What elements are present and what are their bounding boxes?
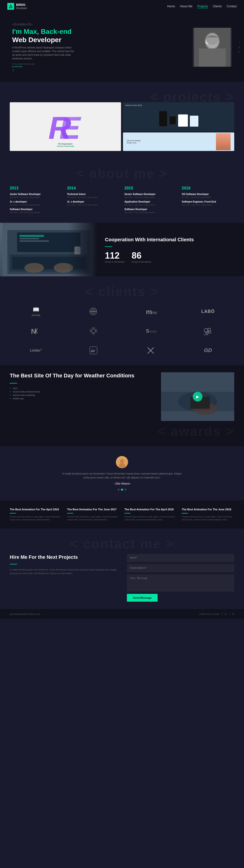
footer-fb-link[interactable]: f bbox=[221, 613, 222, 615]
about-section: < about me > 2013 Junior Software Develo… bbox=[0, 158, 244, 223]
svg-point-50 bbox=[120, 459, 124, 463]
year-2013: 2013 bbox=[10, 186, 62, 190]
enovate-icon: 📖 bbox=[33, 307, 39, 313]
client-superia: S SUPERIA bbox=[125, 323, 177, 338]
svg-rect-19 bbox=[20, 238, 39, 239]
testimonial-dots bbox=[10, 489, 234, 491]
project-card-mobile[interactable]: Mobile Shop 2018 Awesome Website Design … bbox=[123, 102, 234, 151]
svg-text:E: E bbox=[59, 110, 81, 146]
contact-message-input[interactable] bbox=[127, 575, 234, 591]
job-dates-3-1: Nov 2015 – Nov 2017 | App-started bbox=[182, 204, 234, 206]
hero-text: <b>Hello</b> I'm Max, Back-end Web Devel… bbox=[12, 22, 193, 72]
laptop-visual bbox=[0, 223, 98, 276]
stat-1-label: Europe & International bbox=[105, 261, 125, 263]
job-title-2-1: Application Developer bbox=[125, 200, 177, 203]
footer-ig-link[interactable]: ◎ bbox=[224, 613, 227, 615]
client-circle bbox=[67, 304, 119, 319]
award-video-thumbnail[interactable]: ▶ bbox=[161, 372, 234, 421]
social-fb-icon[interactable]: f bbox=[239, 42, 240, 44]
contact-email-input[interactable] bbox=[127, 564, 234, 572]
contact-form: Send Message bbox=[127, 554, 234, 601]
job-dates-2-0: Dec 2014 – Oct 2015 | App-started bbox=[125, 196, 177, 198]
logo-name: BRDG bbox=[16, 3, 27, 7]
footer-in-link[interactable]: in bbox=[232, 613, 234, 615]
social-in-icon[interactable]: in bbox=[238, 51, 240, 53]
nav-links: Home About Me Projects Clients Contact bbox=[167, 5, 237, 8]
awards-section: The Best Site Of The Day for Weather Con… bbox=[0, 365, 244, 446]
contact-left: Hire Me For the Next Projects In mattis … bbox=[10, 554, 117, 601]
nsm-icon: N bbox=[30, 326, 42, 336]
job-dates-0-2: Jan 2013 – Mar 2013 | App-started bbox=[10, 211, 62, 214]
cooperation-stats: 112 Europe & International 86 Europe & I… bbox=[105, 251, 237, 263]
re-project-title: Re Expression bbox=[57, 143, 74, 145]
stat-2: 86 Europe & International bbox=[132, 251, 151, 263]
svg-point-15 bbox=[24, 263, 44, 273]
svg-point-37 bbox=[209, 331, 211, 333]
client-mellior: m mellior bbox=[125, 304, 177, 319]
svg-point-25 bbox=[92, 311, 94, 312]
anim-divider-2 bbox=[125, 513, 131, 514]
nav-contact[interactable]: Contact bbox=[227, 5, 237, 8]
footer-copyright: grassnaturally@emailhere.com bbox=[10, 613, 40, 615]
nav-projects[interactable]: Projects bbox=[197, 5, 208, 8]
nav-about[interactable]: About Me bbox=[180, 5, 192, 8]
award-item-0: SEO bbox=[10, 387, 151, 390]
about-bg-label: < about me > bbox=[10, 165, 234, 181]
anim-divider-3 bbox=[182, 513, 188, 514]
cooperation-image bbox=[0, 223, 98, 276]
job-title-0-2: Software Developer bbox=[10, 208, 62, 211]
job-title-0-0: Junior Software Developer bbox=[10, 193, 62, 195]
job-dates-1-1: Nov 2013 – Nov 2014 | App-started bbox=[67, 204, 119, 206]
stat-2-label: Europe & International bbox=[132, 261, 151, 263]
svg-text:mellior: mellior bbox=[152, 310, 157, 315]
gearco-icon bbox=[88, 326, 98, 336]
anim-card-0: The Best Animation For The April 2016 Pr… bbox=[10, 508, 62, 521]
svg-rect-21 bbox=[75, 247, 81, 254]
anim-card-2: The Best Animation For The April 2018 Pr… bbox=[125, 508, 177, 521]
contact-send-button[interactable]: Send Message bbox=[127, 594, 158, 601]
x-icon bbox=[146, 346, 155, 355]
footer-tw-link[interactable]: t bbox=[229, 613, 230, 615]
award-title: The Best Site Of The Day for Weather Con… bbox=[10, 372, 151, 379]
hero-section: <b>Hello</b> I'm Max, Back-end Web Devel… bbox=[0, 13, 244, 82]
timeline: 2013 Junior Software Developer Jan 2013 … bbox=[10, 186, 234, 215]
nav-clients[interactable]: Clients bbox=[213, 5, 222, 8]
footer: grassnaturally@emailhere.com Follow me o… bbox=[0, 609, 244, 619]
limbo-name: Limbo✦ bbox=[30, 348, 42, 352]
re-logo-illustration: R E bbox=[46, 107, 85, 146]
dot-3[interactable] bbox=[125, 489, 127, 491]
award-play-button[interactable]: ▶ bbox=[193, 392, 202, 402]
social-ig-icon[interactable]: ◎ bbox=[238, 46, 240, 49]
nav-home[interactable]: Home bbox=[167, 5, 175, 8]
award-item-1: Social media enhancements bbox=[10, 391, 151, 393]
hero-title-highlight: I'm Max, Back-end bbox=[12, 28, 72, 35]
testimonial-avatar bbox=[116, 456, 128, 468]
clients-section: < clients > 📖 enovate m mellior LA bbox=[0, 276, 244, 365]
job-dates-2-2: Jan 2013 – Dec 2013 | App-started bbox=[125, 211, 177, 214]
job-dates-2-1: Nov 2013 – Nov 2014 | App-started bbox=[125, 204, 177, 206]
social-sidebar: f ◎ in bbox=[238, 42, 240, 53]
logo[interactable]: BRDG Developer bbox=[7, 3, 27, 10]
svg-text:N: N bbox=[31, 327, 36, 335]
contact-name-input[interactable] bbox=[127, 554, 234, 562]
hero-description: A WordPress website about Hypergant comp… bbox=[12, 46, 76, 60]
job-dates-0-1: Jun 2012 – Feb 2013 | App-started bbox=[10, 204, 62, 206]
clients-grid: 📖 enovate m mellior LABŌ bbox=[10, 304, 234, 358]
anim-title-2: The Best Animation For The April 2018 bbox=[125, 508, 177, 511]
client-enovate: 📖 enovate bbox=[10, 304, 62, 319]
dot-1[interactable] bbox=[117, 489, 119, 491]
job-dates-3-0: Jul 2015 – Feb 2016 | App-started bbox=[182, 196, 234, 198]
projects-section: < projects > R E Re Expression Social Co… bbox=[0, 82, 244, 158]
svg-point-22 bbox=[75, 246, 80, 248]
svg-text:m: m bbox=[146, 308, 152, 315]
svg-text:ab: ab bbox=[91, 349, 95, 353]
project-card-re[interactable]: R E Re Expression Social Community bbox=[10, 102, 121, 151]
job-dates-1-0: Dec 2013 – Nov 2014 | App-started bbox=[67, 196, 119, 198]
hero-person-illustration bbox=[194, 28, 231, 67]
dot-2[interactable] bbox=[121, 489, 123, 491]
anim-title-1: The Best Animation For The June 2017 bbox=[67, 508, 119, 511]
job-title-1-1: Jr. c developer bbox=[67, 200, 119, 203]
award-list: SEO Social media enhancements Internet w… bbox=[10, 387, 151, 400]
cooperation-section: Cooperation With International Clients 1… bbox=[0, 223, 244, 276]
anim-card-1: The Best Animation For The June 2017 Pra… bbox=[67, 508, 119, 521]
